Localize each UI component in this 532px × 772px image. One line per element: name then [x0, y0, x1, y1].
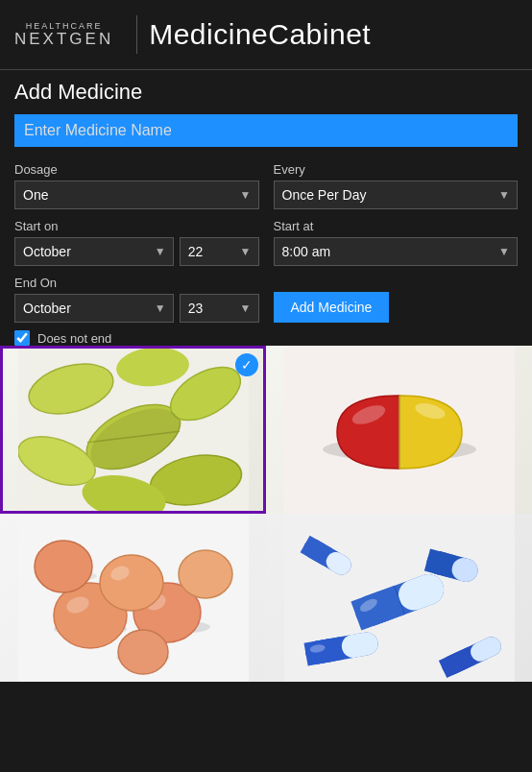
- every-select[interactable]: Once Per Day Twice Per Day Three Times P…: [274, 181, 519, 209]
- dosage-select-wrapper: One Two Three Four ▼: [14, 181, 259, 209]
- add-medicine-button[interactable]: Add Medicine: [274, 292, 390, 323]
- medicine-name-input[interactable]: [14, 114, 518, 147]
- start-on-month-select[interactable]: JanuaryFebruaryMarch AprilMayJune JulyAu…: [14, 237, 174, 266]
- brand-name: HEALTHCARE NEXTGEN: [14, 22, 113, 47]
- dosage-every-row: Dosage One Two Three Four ▼ Every Once P…: [14, 162, 518, 209]
- app-header: HEALTHCARE NEXTGEN MedicineCabinet: [0, 0, 532, 69]
- app-title: MedicineCabinet: [149, 18, 371, 51]
- end-on-date-group: JanuaryFebruaryMarch AprilMayJune JulyAu…: [14, 294, 259, 323]
- header-divider: [136, 15, 137, 54]
- pill-image-3: [0, 514, 266, 682]
- dosage-label: Dosage: [14, 162, 259, 177]
- pill-image-2: [266, 346, 532, 514]
- endon-addmedicine-row: End On JanuaryFebruaryMarch AprilMayJune…: [14, 276, 518, 323]
- pill-image-1: [3, 349, 263, 511]
- does-not-end-checkbox[interactable]: [14, 330, 30, 346]
- end-on-month-wrapper: JanuaryFebruaryMarch AprilMayJune JulyAu…: [14, 294, 174, 323]
- end-on-day-wrapper: 12345 678910 1112131415 1617181920 21222…: [180, 294, 259, 323]
- dosage-group: Dosage One Two Three Four ▼: [14, 162, 259, 209]
- add-medicine-btn-group: Add Medicine: [274, 288, 519, 323]
- start-on-day-select[interactable]: 12345 678910 1112131415 1617181920 21222…: [180, 237, 259, 266]
- image-grid: ✓: [0, 346, 532, 682]
- image-cell-3[interactable]: [0, 514, 266, 682]
- start-on-month-wrapper: JanuaryFebruaryMarch AprilMayJune JulyAu…: [14, 237, 174, 266]
- start-at-select[interactable]: 6:00 am 7:00 am 8:00 am 9:00 am 10:00 am…: [274, 237, 519, 266]
- every-select-wrapper: Once Per Day Twice Per Day Three Times P…: [274, 181, 519, 209]
- selected-checkmark: ✓: [235, 353, 258, 376]
- end-on-label: End On: [14, 276, 259, 290]
- does-not-end-row: Does not end: [14, 330, 518, 346]
- start-on-day-wrapper: 12345 678910 1112131415 1617181920 21222…: [180, 237, 259, 266]
- start-at-select-wrapper: 6:00 am 7:00 am 8:00 am 9:00 am 10:00 am…: [274, 237, 519, 266]
- start-at-group: Start at 6:00 am 7:00 am 8:00 am 9:00 am…: [274, 219, 519, 266]
- end-on-group: End On JanuaryFebruaryMarch AprilMayJune…: [14, 276, 259, 323]
- start-on-date-group: JanuaryFebruaryMarch AprilMayJune JulyAu…: [14, 237, 259, 266]
- pill-image-4: [266, 514, 532, 682]
- image-cell-1[interactable]: ✓: [0, 346, 266, 514]
- header-rule: [0, 69, 532, 70]
- start-on-group: Start on JanuaryFebruaryMarch AprilMayJu…: [14, 219, 259, 266]
- every-group: Every Once Per Day Twice Per Day Three T…: [274, 162, 519, 209]
- main-content: Add Medicine Dosage One Two Three Four ▼…: [0, 80, 532, 346]
- start-on-label: Start on: [14, 219, 259, 233]
- dosage-select[interactable]: One Two Three Four: [14, 181, 259, 209]
- does-not-end-label: Does not end: [37, 331, 111, 346]
- end-on-month-select[interactable]: JanuaryFebruaryMarch AprilMayJune JulyAu…: [14, 294, 174, 323]
- end-on-day-select[interactable]: 12345 678910 1112131415 1617181920 21222…: [180, 294, 259, 323]
- page-title: Add Medicine: [14, 80, 518, 105]
- logo-area: HEALTHCARE NEXTGEN: [14, 22, 113, 47]
- start-at-label: Start at: [274, 219, 519, 233]
- every-label: Every: [274, 162, 519, 177]
- image-cell-4[interactable]: [266, 514, 532, 682]
- image-cell-2[interactable]: [266, 346, 532, 514]
- starton-startat-row: Start on JanuaryFebruaryMarch AprilMayJu…: [14, 219, 518, 266]
